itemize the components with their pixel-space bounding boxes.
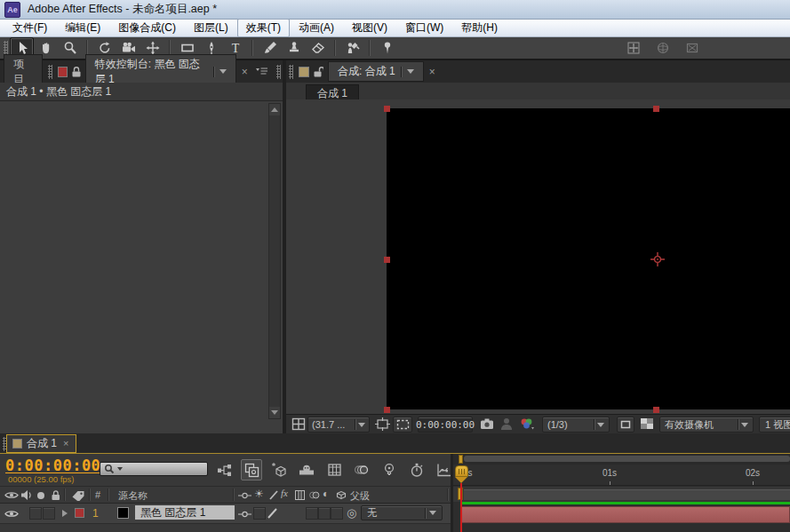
show-snapshot-button[interactable] [500,417,513,430]
solo-column-icon[interactable] [36,491,45,500]
time-navigator-start-handle[interactable] [459,455,463,464]
menu-composition[interactable]: 图像合成(C) [109,19,185,37]
selection-handle-bottom-left[interactable] [384,407,390,413]
quality-switch-header-icon[interactable]: ☀ [254,488,264,500]
layer-collapse-cell[interactable] [253,507,266,520]
viewer-timecode[interactable]: 0:00:00:00 [418,417,473,433]
take-snapshot-button[interactable] [480,417,494,430]
layer-expander-triangle[interactable] [62,510,68,517]
index-column-header[interactable]: # [95,489,100,500]
brainstorm-button[interactable] [379,459,400,480]
frame-blending-button[interactable] [323,459,345,480]
lock-icon[interactable] [70,66,81,78]
chevron-down-icon[interactable] [219,69,227,74]
menu-view[interactable]: 视图(V) [343,19,396,37]
scrollbar[interactable] [268,103,281,419]
label-color-chip-red[interactable] [58,67,68,77]
menu-help[interactable]: 帮助(H) [452,19,507,37]
transparency-grid-button[interactable] [640,417,654,430]
time-navigator-bar[interactable] [464,456,790,462]
lock-column-icon[interactable] [50,489,61,501]
panel-grip[interactable] [289,65,293,79]
layer-audio-cell[interactable] [29,507,42,520]
draft-3d-button[interactable] [268,459,290,480]
scroll-up-button[interactable] [269,104,280,115]
shy-layers-button[interactable] [296,459,317,480]
shy-switch-header-icon[interactable] [238,492,251,499]
parent-column-header[interactable]: 父级 [350,489,370,503]
zoom-tool-button[interactable] [58,37,82,59]
layer-frame-blend-cell[interactable] [306,507,318,520]
audio-column-speaker-icon[interactable] [20,489,33,501]
playhead-grip[interactable] [455,465,468,477]
menu-file[interactable]: 文件(F) [4,19,56,37]
unlock-icon[interactable] [312,66,323,78]
safe-margins-button[interactable] [375,417,390,431]
close-tab-icon[interactable]: × [240,67,250,77]
selection-handle-bottom-center[interactable] [653,407,659,413]
time-navigator[interactable] [453,454,790,465]
roto-brush-tool-button[interactable] [340,37,364,59]
3d-layer-header-icon[interactable] [335,489,347,501]
close-tab-icon[interactable]: × [61,439,70,449]
time-ruler[interactable]: 0s 01s 02s [453,465,790,486]
layer-name-selected[interactable]: 黑色 固态层 1 [135,505,235,520]
close-tab-icon[interactable]: × [427,67,437,77]
frame-blend-header-icon[interactable] [294,489,306,501]
eraser-tool-button[interactable] [306,37,330,59]
tab-composition[interactable]: 合成: 合成 1 [328,61,424,82]
label-color-chip-tan[interactable] [299,67,309,77]
active-camera-dropdown[interactable]: 有效摄像机 [659,417,754,433]
choose-grid-options-button[interactable] [291,417,306,431]
label-column-tag-icon[interactable] [71,489,85,501]
magnification-dropdown[interactable]: (31.7 ... [307,417,370,433]
motion-blur-header-icon[interactable] [308,489,321,501]
search-options-chevron[interactable] [117,467,123,471]
work-area-bar[interactable] [464,489,790,500]
layer-solo-cell[interactable] [43,507,55,520]
puppet-pin-tool-button[interactable] [375,37,399,59]
track-matte-icon[interactable]: ◎ [347,506,356,520]
current-timecode[interactable]: 0:00:00:00 [5,457,100,474]
layer-label-chip[interactable] [75,508,84,518]
layer-visibility-eye-icon[interactable] [4,508,19,520]
pixel-aspect-correction-button[interactable] [617,417,634,433]
comp-canvas-black-solid[interactable] [387,108,790,409]
current-time-indicator[interactable] [455,465,468,483]
mini-flowchart-button[interactable] [213,459,235,480]
source-name-column-header[interactable]: 源名称 [118,489,148,503]
menu-layer[interactable]: 图层(L) [185,19,237,37]
region-of-interest-button[interactable] [393,417,412,433]
layer-3d-cell[interactable] [331,507,343,520]
selection-handle-top-left[interactable] [384,106,390,112]
layer-quality-switch-icon[interactable] [267,507,278,520]
video-column-eye-icon[interactable] [4,489,19,501]
layer-motion-blur-cell[interactable] [318,507,331,520]
resolution-dropdown[interactable]: (1/3) [542,417,610,433]
layer-row-1[interactable]: 1 黑色 固态层 1 ◎ 无 [0,504,451,524]
adjustment-layer-header-icon[interactable]: ◐ [323,488,329,500]
anchor-point-crosshair-icon[interactable] [650,251,666,267]
chevron-down-icon[interactable] [407,69,414,74]
selection-handle-top-center[interactable] [653,106,659,112]
selection-handle-middle-left[interactable] [384,257,390,263]
show-channel-button[interactable] [519,417,535,430]
local-axis-mode-button[interactable] [621,37,645,59]
panel-menu-icon[interactable] [255,67,268,77]
menu-window[interactable]: 窗口(W) [396,19,452,37]
world-axis-mode-button[interactable] [650,37,674,59]
menu-animation[interactable]: 动画(A) [290,19,343,37]
live-update-button[interactable] [241,459,262,480]
menu-effect[interactable]: 效果(T) [237,19,290,37]
panel-grip[interactable] [276,65,281,79]
view-layout-dropdown[interactable]: 1 视图 [759,417,790,433]
layer-shy-switch-icon[interactable] [238,511,251,518]
scroll-down-button[interactable] [269,407,280,418]
menu-edit[interactable]: 编辑(E) [56,19,109,37]
auto-keyframe-button[interactable] [406,459,427,480]
layer-solid-swatch[interactable] [117,507,129,519]
timeline-search-input[interactable] [100,462,208,476]
effect-controls-content[interactable] [0,101,283,433]
composition-viewer[interactable] [286,99,790,414]
motion-blur-button[interactable] [351,459,372,480]
